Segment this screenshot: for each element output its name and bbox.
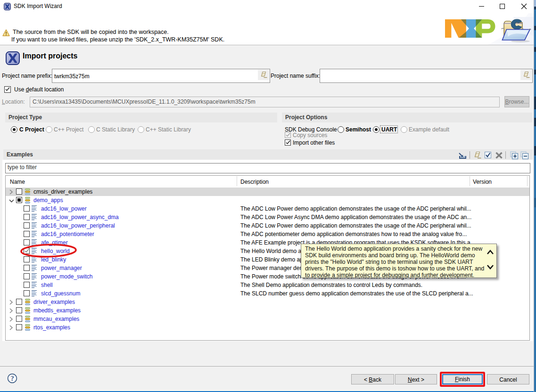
svg-text:?: ? (10, 375, 14, 382)
